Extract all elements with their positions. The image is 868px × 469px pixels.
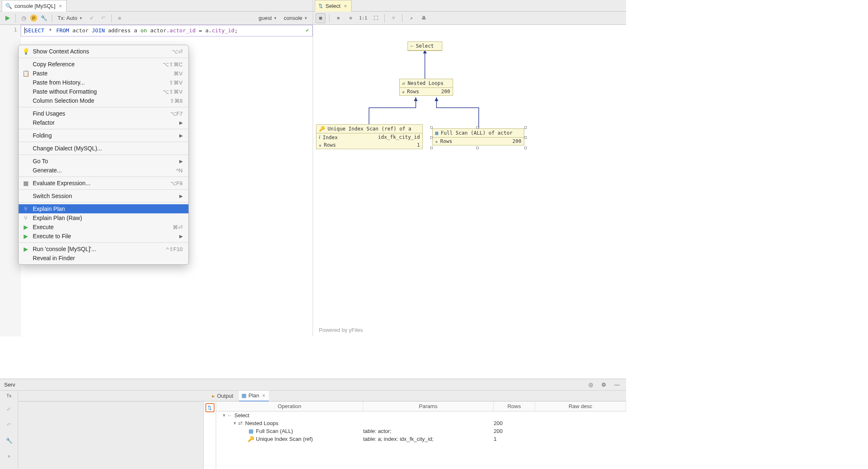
kw-select: SELECT — [24, 27, 44, 34]
menu-item[interactable]: Paste from History...⇧⌘V — [19, 78, 188, 87]
session-dropdown[interactable]: console ▼ — [281, 15, 310, 21]
menu-item[interactable]: ▶Run 'console [MySQL]'...^⇧F10 — [19, 244, 188, 254]
info-icon: i — [319, 134, 320, 140]
menu-item-shortcut: ⇧⌘V — [169, 80, 183, 86]
resize-handle[interactable] — [430, 126, 433, 129]
kw-from: FROM — [56, 27, 69, 34]
col-ref: a — [205, 27, 209, 34]
menu-item[interactable]: Switch Session▶ — [19, 191, 188, 201]
menu-item-label: Paste from History... — [33, 79, 169, 86]
table-icon: ▦ — [435, 130, 438, 136]
resize-handle[interactable] — [524, 136, 527, 139]
schema-dropdown[interactable]: guest ▼ — [256, 15, 280, 21]
index-value: idx_fk_city_id — [378, 134, 420, 140]
menu-item[interactable]: Column Selection Mode⇧⌘8 — [19, 96, 188, 105]
menu-item[interactable]: Generate...^N — [19, 166, 188, 175]
node-nested-loops[interactable]: ⇄ Nested Loops ◆Rows 200 — [399, 79, 453, 96]
node-label: Nested Loops — [407, 80, 444, 86]
node-label: Unique Index Scan (ref) of a — [328, 126, 411, 132]
node-index-scan[interactable]: 🔑 Unique Index Scan (ref) of a iIndex id… — [316, 124, 423, 149]
menu-item-shortcut: ⌥⇧⌘V — [163, 89, 183, 95]
fit-icon[interactable]: ⛶ — [371, 13, 381, 23]
menu-item-label: Show Context Actions — [33, 48, 172, 55]
col-ref: city_id — [212, 27, 234, 34]
menu-item[interactable]: 📋Paste⌘V — [19, 69, 188, 78]
menu-item[interactable]: Reveal in Finder — [19, 254, 188, 263]
menu-item-label: Execute to File — [33, 233, 179, 239]
run-icon[interactable] — [2, 13, 12, 23]
grid-icon[interactable]: ▦ — [316, 13, 326, 23]
menu-item-shortcut: ^⇧F10 — [166, 246, 183, 252]
rows-label: Rows — [440, 138, 452, 144]
menu-item[interactable]: Paste without Formatting⌥⇧⌘V — [19, 87, 188, 96]
rows-label: Rows — [324, 142, 336, 148]
semi: ; — [234, 27, 238, 34]
chevron-right-icon: ▶ — [179, 159, 183, 164]
editor-tab-bar: 🔍 console [MySQL] × — [0, 0, 313, 12]
menu-item[interactable]: Copy Reference⌥⇧⌘C — [19, 60, 188, 69]
resize-handle[interactable] — [430, 136, 433, 139]
resize-handle[interactable] — [476, 147, 479, 149]
session-label: console — [284, 15, 302, 21]
menu-separator — [19, 58, 188, 58]
menu-item-label: Paste without Formatting — [33, 88, 163, 95]
context-menu[interactable]: 💡Show Context Actions⌥⏎Copy Reference⌥⇧⌘… — [18, 45, 189, 265]
chevron-right-icon: ▶ — [179, 120, 183, 126]
menu-item-label: Copy Reference — [33, 61, 163, 68]
menu-item[interactable]: Folding▶ — [19, 131, 188, 140]
node-select[interactable]: ← Select — [407, 41, 442, 51]
share-icon[interactable]: ⑂ — [388, 13, 398, 23]
editor-toolbar: ◷ P 🔧 Tx: Auto ▼ ✔ ↶ ■ guest ▼ console ▼ — [0, 12, 313, 25]
menu-separator — [19, 155, 188, 155]
resize-handle[interactable] — [524, 147, 527, 149]
chevron-right-icon: ▶ — [179, 133, 183, 138]
menu-item[interactable]: ⑂Explain Plan — [19, 204, 188, 213]
profile-badge[interactable]: P — [30, 15, 37, 22]
print-icon[interactable]: 🖶 — [419, 13, 429, 23]
menu-item[interactable]: Go To▶ — [19, 157, 188, 166]
tx-label: Tx: Auto — [58, 15, 77, 21]
zoom-in-icon[interactable]: ⊕ — [333, 13, 343, 23]
resize-handle[interactable] — [524, 126, 527, 129]
tab-console[interactable]: 🔍 console [MySQL] × — [2, 0, 67, 12]
export-icon[interactable]: ↗ — [406, 13, 416, 23]
resize-handle[interactable] — [430, 147, 433, 149]
zoom-out-icon[interactable]: ⊖ — [346, 13, 356, 23]
tx-mode-dropdown[interactable]: Tx: Auto ▼ — [55, 15, 85, 21]
separator — [329, 14, 330, 22]
diamond-icon: ◆ — [402, 89, 405, 94]
history-icon[interactable]: ◷ — [19, 13, 29, 23]
menu-item-icon: ▶ — [22, 233, 29, 239]
menu-item-label: Explain Plan — [33, 205, 183, 212]
rollback-icon[interactable]: ↶ — [99, 13, 108, 23]
rows-label: Rows — [407, 89, 419, 94]
menu-item[interactable]: ▶Execute⌘⏎ — [19, 222, 188, 232]
resize-handle[interactable] — [476, 126, 479, 129]
close-icon[interactable]: × — [343, 3, 348, 9]
menu-item-label: Change Dialect (MySQL)... — [33, 145, 183, 152]
menu-item-shortcut: ⇧⌘8 — [170, 98, 183, 104]
commit-icon[interactable]: ✔ — [87, 13, 97, 23]
chevron-right-icon: ▶ — [179, 193, 183, 199]
diamond-icon: ◆ — [435, 139, 438, 144]
menu-item[interactable]: ⑂Explain Plan (Raw) — [19, 213, 188, 222]
menu-item[interactable]: ▶Execute to File▶ — [19, 232, 188, 241]
menu-item[interactable]: ▦Evaluate Expression...⌥F8 — [19, 179, 188, 188]
arrow-left-icon: ← — [410, 43, 413, 49]
node-full-scan[interactable]: ▦ Full Scan (ALL) of actor ◆Rows 200 — [432, 128, 524, 145]
table-actor: actor — [72, 27, 89, 34]
menu-item[interactable]: Find Usages⌥F7 — [19, 109, 188, 118]
powered-by: Powered by yFiles — [319, 327, 363, 333]
close-icon[interactable]: × — [58, 3, 63, 9]
explain-plan-diagram[interactable]: ← Select ⇄ Nested Loops ◆Rows 200 🔑 Uniq… — [313, 25, 626, 336]
menu-item-icon: ▦ — [22, 180, 29, 186]
sql-line[interactable]: SELECT ＊ FROM actor JOIN address a on ac… — [21, 25, 313, 36]
wrench-icon[interactable]: 🔧 — [39, 13, 49, 23]
menu-item-label: Switch Session — [33, 193, 179, 199]
menu-item[interactable]: 💡Show Context Actions⌥⏎ — [19, 47, 188, 56]
tab-plan-diagram[interactable]: ⇅ Select × — [315, 0, 352, 12]
menu-item[interactable]: Change Dialect (MySQL)... — [19, 144, 188, 153]
stop-icon[interactable]: ■ — [115, 13, 125, 23]
menu-item[interactable]: Refactor▶ — [19, 118, 188, 127]
zoom-11-icon[interactable]: 1:1 — [358, 13, 368, 23]
